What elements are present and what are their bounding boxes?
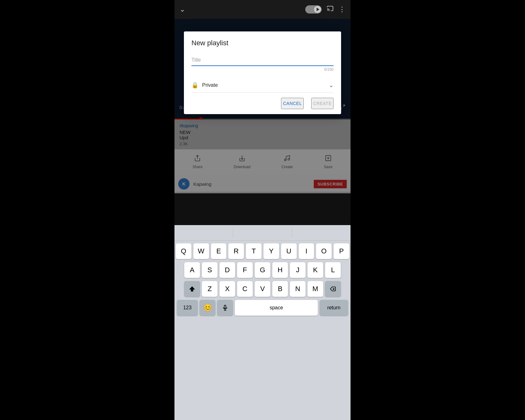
key-i[interactable]: I: [299, 243, 314, 259]
left-panel: [0, 0, 174, 420]
emoji-key[interactable]: 😊: [200, 300, 215, 316]
chevron-right-icon: ⌄: [329, 82, 334, 89]
create-playlist-button[interactable]: CREATE: [311, 98, 334, 109]
key-x[interactable]: X: [219, 281, 235, 297]
key-q[interactable]: Q: [176, 243, 191, 259]
keyboard-row-3: Z X C V B N M: [176, 281, 349, 297]
key-b[interactable]: B: [272, 281, 288, 297]
key-z[interactable]: Z: [202, 281, 218, 297]
privacy-label: Private: [202, 82, 325, 88]
key-123-label: 123: [183, 305, 192, 311]
svg-rect-13: [224, 305, 226, 308]
keyboard-keys: Q W E R T Y U I O P A S D F G H J K: [174, 241, 351, 317]
return-label: return: [327, 305, 340, 311]
key-h[interactable]: H: [272, 262, 288, 278]
return-key[interactable]: return: [320, 300, 348, 316]
key-c[interactable]: C: [237, 281, 253, 297]
chevron-down-icon[interactable]: ⌄: [180, 5, 185, 14]
key-j[interactable]: J: [290, 262, 306, 278]
top-bar-controls: ⋮: [305, 5, 345, 14]
key-u[interactable]: U: [281, 243, 297, 259]
keyboard-row-2: A S D F G H J K L: [176, 262, 349, 278]
key-t[interactable]: T: [246, 243, 262, 259]
svg-marker-10: [189, 286, 195, 292]
play-toggle[interactable]: [305, 5, 322, 14]
key-123[interactable]: 123: [177, 300, 198, 316]
dialog-title: New playlist: [191, 39, 334, 47]
keyboard-bottom-row: 123 😊 space return: [176, 300, 349, 316]
key-g[interactable]: G: [255, 262, 270, 278]
key-f[interactable]: F: [237, 262, 253, 278]
key-a[interactable]: A: [184, 262, 200, 278]
cancel-button[interactable]: CANCEL: [281, 98, 304, 109]
keyboard-row-1: Q W E R T Y U I O P: [176, 243, 349, 259]
title-input[interactable]: [191, 56, 334, 66]
title-input-container: [191, 56, 334, 66]
top-bar: ⌄ ⋮: [174, 0, 351, 19]
keyboard-divider-2: [292, 228, 292, 238]
cast-icon[interactable]: [327, 5, 334, 14]
play-icon: [317, 8, 319, 11]
key-w[interactable]: W: [193, 243, 209, 259]
backspace-key[interactable]: [325, 281, 341, 297]
key-v[interactable]: V: [255, 281, 270, 297]
toggle-circle: [314, 6, 321, 13]
new-playlist-dialog: New playlist 0/150 🔒 Private ⌄ CANCEL CR…: [184, 31, 341, 114]
shift-key[interactable]: [184, 281, 200, 297]
mic-key[interactable]: [217, 300, 233, 316]
key-s[interactable]: S: [202, 262, 218, 278]
on-screen-keyboard: Q W E R T Y U I O P A S D F G H J K: [174, 225, 351, 420]
key-r[interactable]: R: [228, 243, 244, 259]
key-n[interactable]: N: [290, 281, 306, 297]
char-count: 0/150: [191, 67, 334, 72]
dialog-actions: CANCEL CREATE: [191, 98, 334, 109]
key-e[interactable]: E: [211, 243, 227, 259]
keyboard-top-row: [174, 225, 351, 241]
space-label: space: [270, 305, 283, 311]
space-key[interactable]: space: [235, 300, 318, 316]
key-k[interactable]: K: [307, 262, 323, 278]
key-l[interactable]: L: [325, 262, 341, 278]
key-y[interactable]: Y: [263, 243, 279, 259]
keyboard-divider-1: [233, 228, 233, 238]
key-o[interactable]: O: [316, 243, 332, 259]
key-p[interactable]: P: [334, 243, 349, 259]
privacy-selector[interactable]: 🔒 Private ⌄: [191, 78, 334, 93]
phone-screen: ⌄ ⋮ TIMELINE 0:48: [174, 0, 351, 420]
right-panel: [351, 0, 525, 420]
key-d[interactable]: D: [219, 262, 235, 278]
more-options-icon[interactable]: ⋮: [339, 5, 345, 14]
lock-icon: 🔒: [191, 82, 198, 89]
key-m[interactable]: M: [307, 281, 323, 297]
